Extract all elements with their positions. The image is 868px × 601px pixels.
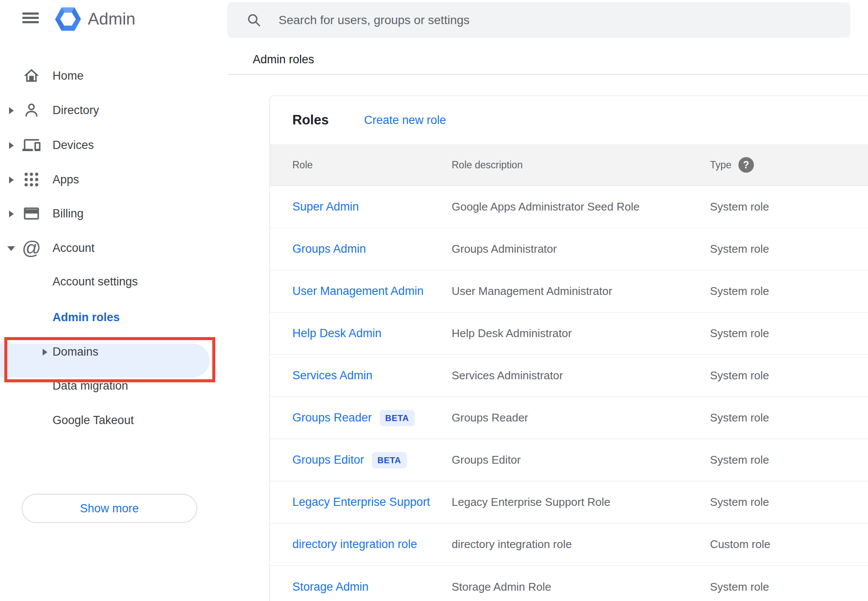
- menu-icon[interactable]: [22, 12, 39, 23]
- role-link[interactable]: Groups Editor: [292, 453, 364, 467]
- role-link[interactable]: Help Desk Admin: [292, 327, 381, 340]
- role-type: System role: [710, 580, 868, 594]
- role-description: directory integration role: [452, 538, 710, 551]
- column-header-role: Role: [292, 159, 452, 171]
- table-row: Storage Admin Storage Admin Role System …: [270, 566, 868, 601]
- role-type: System role: [710, 411, 868, 424]
- sidebar-item-devices[interactable]: Devices: [0, 128, 228, 162]
- table-row: Groups Reader BETA Groups Reader System …: [270, 397, 868, 439]
- credit-card-icon: [22, 204, 40, 223]
- role-type: System role: [710, 369, 868, 382]
- beta-badge: BETA: [380, 410, 415, 426]
- role-description: Groups Editor: [452, 453, 710, 467]
- role-type: System role: [710, 327, 868, 340]
- admin-logo-icon: [55, 7, 81, 31]
- create-new-role-link[interactable]: Create new role: [364, 114, 446, 127]
- app-title: Admin: [88, 9, 136, 28]
- table-row: Services Admin Services Administrator Sy…: [270, 355, 868, 397]
- sidebar-item-directory[interactable]: Directory: [0, 93, 228, 127]
- apps-grid-icon: [22, 170, 40, 189]
- role-description: Google Apps Administrator Seed Role: [452, 200, 710, 214]
- search-placeholder: Search for users, groups or settings: [279, 2, 470, 38]
- table-row: Groups Editor BETA Groups Editor System …: [270, 439, 868, 481]
- sidebar-item-label: Admin roles: [53, 300, 120, 335]
- sidebar-item-google-takeout[interactable]: Google Takeout: [0, 403, 228, 437]
- sidebar-item-domains[interactable]: Domains: [0, 335, 228, 369]
- chevron-right-icon[interactable]: [9, 142, 14, 149]
- role-type: System role: [710, 453, 868, 467]
- sidebar-item-account-settings[interactable]: Account settings: [0, 264, 228, 299]
- sidebar-item-data-migration[interactable]: Data migration: [0, 369, 228, 403]
- sidebar-item-label: Devices: [53, 128, 94, 162]
- table-row: User Management Admin User Management Ad…: [270, 270, 868, 313]
- sidebar-item-label: Home: [53, 59, 84, 93]
- table-row: Super Admin Google Apps Administrator Se…: [270, 186, 868, 228]
- role-description: Help Desk Administrator: [452, 327, 710, 340]
- role-description: Groups Administrator: [452, 242, 710, 256]
- panel-title: Roles: [292, 112, 329, 128]
- role-link[interactable]: Legacy Enterprise Support: [292, 496, 430, 509]
- role-link[interactable]: User Management Admin: [292, 285, 424, 298]
- devices-icon: [22, 136, 40, 154]
- sidebar-item-billing[interactable]: Billing: [0, 196, 228, 231]
- sidebar-item-label: Account settings: [53, 264, 138, 299]
- column-header-type: Type ?: [710, 157, 868, 173]
- sidebar: Home Directory Devices: [0, 43, 228, 601]
- table-row: Help Desk Admin Help Desk Administrator …: [270, 313, 868, 355]
- role-description: Services Administrator: [452, 369, 710, 382]
- role-type: System role: [710, 285, 868, 298]
- role-description: Storage Admin Role: [452, 580, 710, 594]
- role-link[interactable]: Groups Reader: [292, 411, 372, 424]
- chevron-right-icon[interactable]: [9, 107, 14, 114]
- role-type: System role: [710, 242, 868, 256]
- sidebar-item-label: Directory: [53, 93, 99, 127]
- content-divider: [228, 74, 868, 75]
- table-row: directory integration role directory int…: [270, 524, 868, 566]
- home-icon: [22, 67, 40, 85]
- column-header-role-description: Role description: [452, 159, 710, 171]
- beta-badge: BETA: [372, 452, 407, 468]
- role-link[interactable]: Storage Admin: [292, 580, 369, 594]
- roles-panel: Roles Create new role Role Role descript…: [270, 96, 868, 601]
- role-description: Groups Reader: [452, 411, 710, 424]
- sidebar-item-label: Domains: [53, 335, 99, 369]
- role-description: User Management Administrator: [452, 285, 710, 298]
- role-description: Legacy Enterprise Support Role: [452, 496, 710, 509]
- person-icon: [22, 101, 40, 119]
- chevron-right-icon[interactable]: [9, 177, 14, 183]
- at-sign-icon: @: [22, 239, 40, 257]
- sidebar-item-label: Apps: [53, 162, 79, 197]
- role-link[interactable]: directory integration role: [292, 538, 417, 551]
- search-input[interactable]: Search for users, groups or settings: [227, 2, 850, 38]
- sidebar-item-label: Google Takeout: [53, 403, 134, 437]
- sidebar-item-apps[interactable]: Apps: [0, 162, 228, 197]
- sidebar-item-label: Account: [53, 231, 95, 265]
- chevron-right-icon[interactable]: [9, 211, 14, 217]
- sidebar-item-account[interactable]: @ Account: [0, 231, 228, 265]
- role-link[interactable]: Services Admin: [292, 369, 372, 382]
- role-link[interactable]: Super Admin: [292, 200, 359, 214]
- breadcrumb: Admin roles: [253, 53, 314, 66]
- chevron-down-icon[interactable]: [7, 246, 15, 251]
- table-row: Groups Admin Groups Administrator System…: [270, 228, 868, 270]
- sidebar-item-label: Billing: [53, 196, 84, 231]
- role-type: System role: [710, 200, 868, 214]
- role-type: System role: [710, 496, 868, 509]
- role-type: Custom role: [710, 538, 868, 551]
- show-more-button[interactable]: Show more: [22, 494, 197, 523]
- sidebar-item-home[interactable]: Home: [0, 59, 228, 93]
- table-header: Role Role description Type ?: [270, 144, 868, 186]
- sidebar-item-admin-roles[interactable]: Admin roles: [0, 300, 228, 335]
- sidebar-item-label: Data migration: [53, 369, 128, 403]
- search-icon: [246, 12, 262, 28]
- role-link[interactable]: Groups Admin: [292, 242, 366, 256]
- table-row: Legacy Enterprise Support Legacy Enterpr…: [270, 481, 868, 524]
- chevron-right-icon[interactable]: [43, 349, 47, 356]
- help-icon[interactable]: ?: [738, 157, 754, 173]
